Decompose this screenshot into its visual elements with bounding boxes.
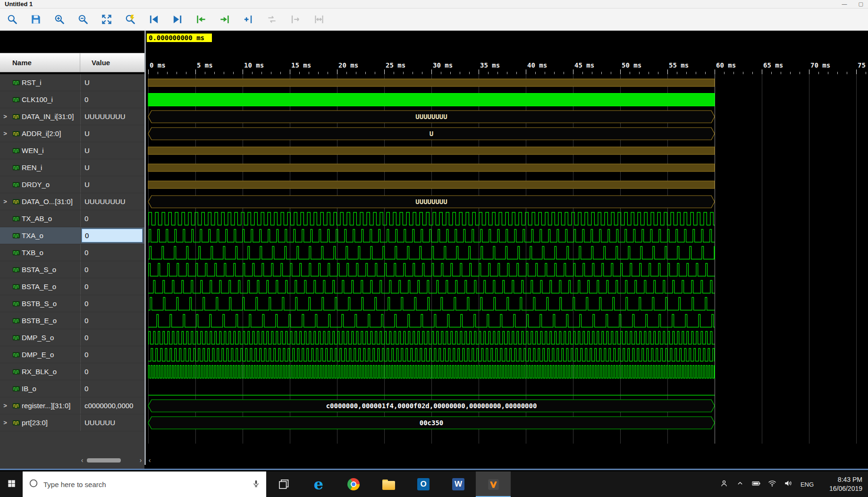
waveform-dmp-e-o[interactable] <box>146 346 868 363</box>
waveform-bsta-e-o[interactable] <box>146 278 868 295</box>
signal-row-dmp-e-o[interactable]: DMP_E_o0 <box>0 346 144 363</box>
signal-row-data-in-i-31-0[interactable]: >DATA_IN_i[31:0]UUUUUUUU <box>0 108 144 125</box>
signal-row-rx-blk-o[interactable]: RX_BLK_o0 <box>0 363 144 380</box>
wave-area: 0.000000000 ms 0 ms5 ms10 ms15 ms20 ms25… <box>146 31 868 455</box>
microphone-icon[interactable] <box>252 479 261 490</box>
expand-chevron-icon[interactable]: > <box>0 402 10 409</box>
panel-scroll-track[interactable] <box>86 458 137 463</box>
signal-value: 0 <box>80 363 144 380</box>
waveform-txa-o[interactable] <box>146 227 868 244</box>
signal-name-label: TXB_o <box>22 248 80 257</box>
chrome-taskbar-button[interactable] <box>336 471 371 497</box>
waveform-addr-i-2-0[interactable]: U <box>146 125 868 142</box>
go-start-icon[interactable] <box>146 12 161 27</box>
signal-row-register-31-0[interactable]: >register...][31:0]c0000000,0000 <box>0 397 144 414</box>
expand-chevron-icon[interactable]: > <box>0 198 10 205</box>
waveform-data-in-i-31-0[interactable]: UUUUUUUU <box>146 108 868 125</box>
waveform-bstb-s-o[interactable] <box>146 295 868 312</box>
signal-name-label: BSTA_S_o <box>22 266 80 274</box>
taskbar-search[interactable] <box>23 471 266 497</box>
signal-row-rst-i[interactable]: RST_iU <box>0 74 144 91</box>
ruler-tick <box>337 69 337 74</box>
signal-row-txb-o[interactable]: TXB_o0 <box>0 244 144 261</box>
people-tray-button[interactable] <box>716 471 732 497</box>
language-indicator[interactable]: ENG <box>796 481 818 488</box>
waveform-ren-i[interactable] <box>146 159 868 176</box>
outlook-taskbar-button[interactable]: O <box>406 471 441 497</box>
waveform-txb-o[interactable] <box>146 244 868 261</box>
network-tray-button[interactable] <box>764 471 780 497</box>
waveform-tx-ab-o[interactable] <box>146 210 868 227</box>
word-taskbar-button[interactable]: W <box>441 471 476 497</box>
add-marker-icon[interactable] <box>241 12 256 27</box>
wave-scroll-left-icon[interactable]: ‹ <box>146 455 153 465</box>
waveform-clk100-i[interactable] <box>146 91 868 108</box>
signal-row-bsta-e-o[interactable]: BSTA_E_o0 <box>0 278 144 295</box>
waveform-register-31-0[interactable]: c0000000,000001f4,0000f02d,00000000,0000… <box>146 397 868 414</box>
file-explorer-taskbar-button[interactable] <box>371 471 406 497</box>
waveform-canvas[interactable]: UUUUUUUUUUUUUUUUUc0000000,000001f4,0000f… <box>146 74 868 444</box>
waveform-ib-o[interactable] <box>146 380 868 397</box>
signal-name-label: prt[23:0] <box>22 419 80 427</box>
go-end-icon[interactable] <box>170 12 185 27</box>
signal-row-ren-i[interactable]: REN_iU <box>0 159 144 176</box>
expand-chevron-icon[interactable]: > <box>0 419 10 426</box>
next-transition-icon[interactable] <box>217 12 232 27</box>
expand-chevron-icon[interactable]: > <box>0 130 10 137</box>
waveform-dmp-s-o[interactable] <box>146 329 868 346</box>
signal-row-wen-i[interactable]: WEN_iU <box>0 142 144 159</box>
signal-value: U <box>80 74 144 91</box>
signal-row-drdy-o[interactable]: DRDY_oU <box>0 176 144 193</box>
vivado-icon <box>487 478 500 491</box>
waveform-rst-i[interactable] <box>146 74 868 91</box>
name-column-header[interactable]: Name <box>0 53 80 72</box>
signal-value: 0 <box>80 346 144 363</box>
expand-chevron-icon[interactable]: > <box>0 113 10 120</box>
edge-taskbar-button[interactable]: e <box>301 471 336 497</box>
signal-row-dmp-s-o[interactable]: DMP_S_o0 <box>0 329 144 346</box>
signal-row-bstb-e-o[interactable]: BSTB_E_o0 <box>0 312 144 329</box>
signal-row-tx-ab-o[interactable]: TX_AB_o0 <box>0 210 144 227</box>
panel-scroll-right-icon[interactable]: › <box>137 455 144 465</box>
zoom-fit-icon[interactable] <box>99 12 114 27</box>
minimize-icon[interactable]: — <box>842 1 847 7</box>
signal-row-ib-o[interactable]: IB_o0 <box>0 380 144 397</box>
waveform-prt-23-0[interactable]: 00c350 <box>146 414 868 431</box>
waveform-bsta-s-o[interactable] <box>146 261 868 278</box>
battery-tray-button[interactable] <box>748 471 764 497</box>
vivado-taskbar-button[interactable] <box>476 471 511 497</box>
panel-scroll-thumb[interactable] <box>87 458 121 463</box>
signal-row-bsta-s-o[interactable]: BSTA_S_o0 <box>0 261 144 278</box>
signal-row-txa-o[interactable]: TXA_o0 <box>0 227 144 244</box>
prev-transition-icon[interactable] <box>194 12 209 27</box>
waveform-rx-blk-o[interactable] <box>146 363 868 380</box>
signal-row-data-o-31-0[interactable]: >DATA_O...[31:0]UUUUUUUU <box>0 193 144 210</box>
signal-row-clk100-i[interactable]: CLK100_i0 <box>0 91 144 108</box>
start-button[interactable] <box>0 471 23 497</box>
waveform-drdy-o[interactable] <box>146 176 868 193</box>
signal-name-label: CLK100_i <box>22 95 80 103</box>
volume-tray-button[interactable] <box>780 471 796 497</box>
taskbar-clock[interactable]: 8:43 PM 16/06/2019 <box>818 475 868 493</box>
maximize-icon[interactable]: ▢ <box>859 1 863 7</box>
task-view-taskbar-button[interactable] <box>266 471 301 497</box>
ruler-tick <box>243 69 243 74</box>
search-icon[interactable] <box>5 12 20 27</box>
time-ruler[interactable]: 0 ms5 ms10 ms15 ms20 ms25 ms30 ms35 ms40… <box>146 61 868 74</box>
signal-row-prt-23-0[interactable]: >prt[23:0]UUUUUU <box>0 414 144 431</box>
search-input[interactable] <box>43 480 247 488</box>
horizontal-scrollbars: ‹ › ‹ <box>0 455 868 465</box>
signal-row-bstb-s-o[interactable]: BSTB_S_o0 <box>0 295 144 312</box>
waveform-data-o-31-0[interactable]: UUUUUUUU <box>146 193 868 210</box>
zoom-cursor-icon[interactable] <box>123 12 138 27</box>
save-icon[interactable] <box>28 12 43 27</box>
waveform-wen-i[interactable] <box>146 142 868 159</box>
waveform-bstb-e-o[interactable] <box>146 312 868 329</box>
panel-scroll-left-icon[interactable]: ‹ <box>78 455 86 465</box>
show-hidden-icons-tray-button[interactable] <box>732 471 748 497</box>
value-column-header[interactable]: Value <box>80 53 144 72</box>
zoom-in-icon[interactable] <box>52 12 67 27</box>
zoom-out-icon[interactable] <box>76 12 91 27</box>
signal-row-addr-i-2-0[interactable]: >ADDR_i[2:0]U <box>0 125 144 142</box>
speaker-icon <box>784 479 793 490</box>
